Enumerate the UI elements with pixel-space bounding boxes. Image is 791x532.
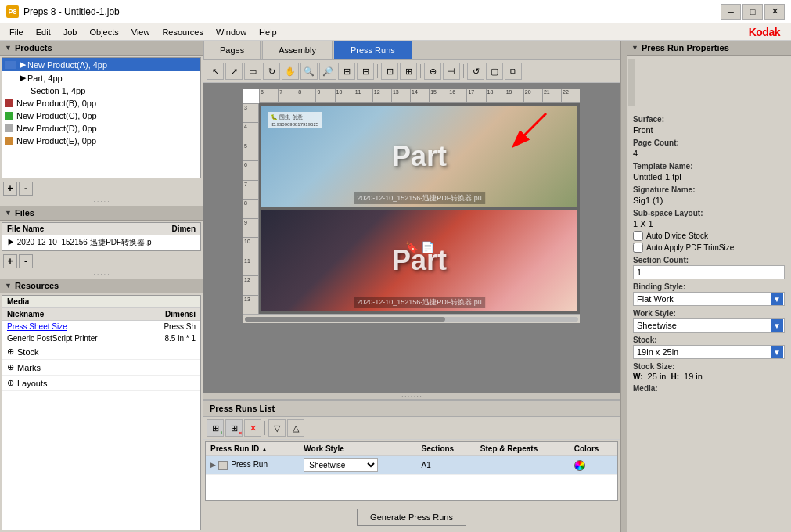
- snap-button[interactable]: ⊟: [357, 63, 374, 80]
- pr-col-workstyle[interactable]: Work Style: [299, 442, 416, 456]
- products-add-button[interactable]: +: [3, 182, 17, 196]
- tab-press-runs[interactable]: Press Runs: [334, 41, 412, 59]
- tile-button[interactable]: ⧉: [505, 63, 522, 80]
- menu-file[interactable]: File: [3, 26, 30, 38]
- template-name-label: Template Name:: [633, 162, 785, 171]
- pr-workstyle-select[interactable]: Sheetwise Work & Turn Work & Tumble: [304, 458, 378, 472]
- auto-apply-checkbox[interactable]: [633, 243, 643, 253]
- menu-objects[interactable]: Objects: [83, 26, 124, 38]
- tree-item-label: New Product(B), 0pp: [16, 99, 96, 108]
- canvas-scrollbar-h[interactable]: [243, 314, 580, 323]
- left-panel: ▼ Products ▶ New Product(A), 4pp ▶ Part,…: [0, 41, 203, 532]
- minimize-button[interactable]: ─: [721, 4, 741, 20]
- pr-cell-workstyle[interactable]: Sheetwise Work & Turn Work & Tumble: [299, 456, 416, 475]
- panel-divider[interactable]: · · · · · · ·: [203, 393, 620, 399]
- canvas-inner: 6 7 8 9 10 11 12 13 14 15 16 17 18 19: [243, 89, 580, 323]
- press-runs-table[interactable]: Press Run ID ▲ Work Style Sections Step …: [205, 441, 618, 501]
- tree-item-product-c[interactable]: New Product(C), 0pp: [2, 110, 200, 122]
- menu-view[interactable]: View: [125, 26, 156, 38]
- box-select-button[interactable]: ▭: [244, 63, 261, 80]
- pr-col-step-repeats[interactable]: Step & Repeats: [476, 442, 570, 456]
- files-row-name: 2020-12-10_152156-迅捷PDF转换器.p: [17, 238, 152, 246]
- maximize-button[interactable]: □: [742, 4, 763, 20]
- menu-job[interactable]: Job: [57, 26, 84, 38]
- select-tool-button[interactable]: ↖: [207, 63, 224, 80]
- pr-col-sections[interactable]: Sections: [417, 442, 476, 456]
- files-arrow-icon: ▼: [5, 209, 12, 217]
- auto-divide-checkbox[interactable]: [633, 231, 643, 241]
- pr-cell-colors: [570, 456, 617, 475]
- resources-press-sheet[interactable]: Press Sheet Size Press Sh: [2, 321, 200, 332]
- zoom-out-button[interactable]: 🔎: [319, 63, 336, 80]
- pan-button[interactable]: ✋: [282, 63, 299, 80]
- tree-item-product-a[interactable]: ▶ New Product(A), 4pp: [2, 58, 200, 71]
- undo-button[interactable]: ↺: [467, 63, 484, 80]
- menu-resources[interactable]: Resources: [156, 26, 210, 38]
- products-remove-button[interactable]: -: [19, 182, 33, 196]
- pr-row-1[interactable]: ▶ Press Run Sheetwise Work & Turn Work &…: [206, 456, 617, 475]
- tree-item-product-e[interactable]: New Product(E), 0pp: [2, 135, 200, 147]
- resources-stock-item[interactable]: ⊕ Stock: [2, 344, 200, 360]
- resources-layouts-item[interactable]: ⊕ Layouts: [2, 376, 200, 391]
- pr-move-down-button[interactable]: ▽: [268, 419, 286, 437]
- right-resize-handle[interactable]: [628, 59, 635, 106]
- frame-button[interactable]: ▢: [486, 63, 503, 80]
- kodak-logo: Kodak: [749, 26, 788, 38]
- pr-delete-button[interactable]: ✕: [244, 419, 261, 437]
- work-style-label: Work Style:: [633, 309, 785, 318]
- resources-section-header[interactable]: ▼ Resources: [0, 279, 203, 293]
- resources-postscript[interactable]: Generic PostScript Printer 8.5 in * 1: [2, 332, 200, 344]
- color-wheel-icon[interactable]: [574, 460, 585, 471]
- menu-edit[interactable]: Edit: [30, 26, 57, 38]
- tree-expand-icon: ▶: [20, 73, 26, 83]
- tab-pages[interactable]: Pages: [203, 41, 261, 59]
- stock-select[interactable]: 19in x 25in: [633, 345, 785, 359]
- pr-move-up-button[interactable]: △: [287, 419, 304, 437]
- binding-style-select[interactable]: Flat Work Saddle Stitch Perfect Bind: [633, 292, 785, 306]
- auto-divide-checkbox-row: Auto Divide Stock: [633, 231, 785, 241]
- files-row-expand: ▶: [7, 238, 17, 246]
- menu-help[interactable]: Help: [253, 26, 283, 38]
- files-section-header[interactable]: ▼ Files: [0, 206, 203, 221]
- resources-content[interactable]: Media Nickname Dimensi Press Sheet Size …: [2, 295, 201, 530]
- pr-add-grid-button[interactable]: ⊞ +: [207, 419, 224, 437]
- work-style-select[interactable]: Sheetwise Work & Turn Work & Tumble: [633, 318, 785, 332]
- products-section-header[interactable]: ▼ Products: [0, 41, 203, 56]
- align-left-button[interactable]: ⊣: [443, 63, 460, 80]
- close-button[interactable]: ✕: [764, 4, 785, 20]
- menu-window[interactable]: Window: [210, 26, 253, 38]
- scrollbar-thumb[interactable]: [245, 317, 445, 322]
- section-count-input[interactable]: [633, 265, 785, 279]
- files-col-name: File Name: [7, 225, 44, 233]
- resources-postscript-dim: 8.5 in * 1: [165, 334, 196, 343]
- resources-press-sheet-name[interactable]: Press Sheet Size: [7, 322, 67, 331]
- signature-name-label: Signature Name:: [633, 185, 785, 194]
- pr-remove-grid-button[interactable]: ⊞ ×: [225, 419, 243, 437]
- resources-marks-label: Marks: [17, 363, 41, 372]
- tree-item-section[interactable]: Section 1, 4pp: [2, 84, 200, 97]
- grid-button[interactable]: ⊞: [338, 63, 355, 80]
- tree-item-label: New Product(D), 0pp: [16, 124, 97, 133]
- rotate-button[interactable]: ↻: [263, 63, 280, 80]
- files-remove-button[interactable]: -: [19, 254, 33, 268]
- products-tree[interactable]: ▶ New Product(A), 4pp ▶ Part, 4pp Sectio…: [2, 57, 201, 178]
- files-add-button[interactable]: +: [3, 254, 17, 268]
- resources-marks-item[interactable]: ⊕ Marks: [2, 360, 200, 376]
- tree-item-product-b[interactable]: New Product(B), 0pp: [2, 97, 200, 110]
- pr-col-id[interactable]: Press Run ID ▲: [206, 442, 299, 456]
- canvas-area[interactable]: 6 7 8 9 10 11 12 13 14 15 16 17 18 19: [203, 83, 620, 393]
- select-all-button[interactable]: ⤢: [225, 63, 243, 80]
- files-row-1[interactable]: ▶ 2020-12-10_152156-迅捷PDF转换器.p: [2, 235, 200, 250]
- view1-button[interactable]: ⊡: [381, 63, 398, 80]
- resources-label: Resources: [15, 281, 59, 290]
- resources-col-dimension: Dimensi: [165, 310, 196, 318]
- tree-item-part[interactable]: ▶ Part, 4pp: [2, 71, 200, 84]
- pr-col-colors[interactable]: Colors: [570, 442, 617, 456]
- panel-resize-handle[interactable]: [620, 41, 627, 532]
- view2-button[interactable]: ⊞: [400, 63, 417, 80]
- zoom-in-button[interactable]: 🔍: [300, 63, 318, 80]
- generate-press-runs-button[interactable]: Generate Press Runs: [357, 509, 466, 526]
- tree-item-product-d[interactable]: New Product(D), 0pp: [2, 122, 200, 135]
- center-button[interactable]: ⊕: [424, 63, 441, 80]
- tab-assembly[interactable]: Assembly: [262, 41, 333, 59]
